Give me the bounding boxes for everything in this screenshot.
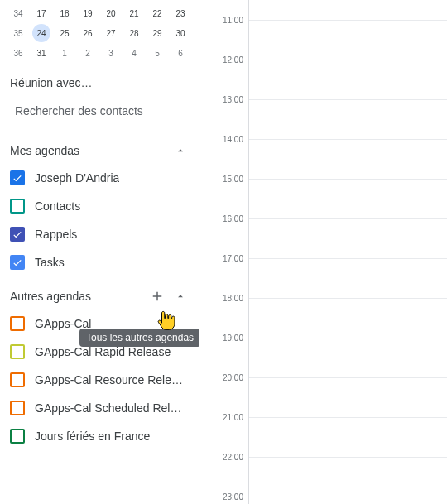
calendar-checkbox[interactable] bbox=[10, 344, 25, 359]
grid-line bbox=[249, 60, 447, 60]
mini-calendar-day[interactable]: 26 bbox=[76, 29, 99, 38]
mini-calendar-day[interactable]: 6 bbox=[169, 49, 192, 58]
mini-calendar-day[interactable]: 22 bbox=[146, 9, 169, 18]
mini-calendar-day[interactable]: 36 bbox=[7, 49, 30, 58]
tooltip: Tous les autres agendas bbox=[79, 329, 199, 347]
add-calendar-icon[interactable] bbox=[149, 288, 166, 305]
time-label: 21:00 bbox=[223, 413, 243, 422]
mini-calendar-day[interactable]: 30 bbox=[169, 29, 192, 38]
calendar-item[interactable]: Tasks bbox=[7, 248, 192, 276]
other-calendars-header[interactable]: Autres agendas bbox=[7, 276, 192, 310]
grid-line bbox=[249, 417, 447, 418]
mini-calendar-day[interactable]: 23 bbox=[169, 9, 192, 18]
mini-calendar-day[interactable]: 5 bbox=[146, 49, 169, 58]
my-calendars-list: Joseph D'AndriaContactsRappelsTasks bbox=[7, 164, 192, 276]
chevron-up-icon[interactable] bbox=[172, 288, 189, 305]
grid-column[interactable] bbox=[248, 0, 447, 504]
calendar-item[interactable]: Jours fériés en France bbox=[7, 422, 192, 450]
mini-calendar-day[interactable]: 24 bbox=[30, 29, 53, 38]
my-calendars-header[interactable]: Mes agendas bbox=[7, 131, 192, 164]
calendar-name: Contacts bbox=[35, 199, 80, 213]
calendar-checkbox[interactable] bbox=[10, 401, 25, 415]
calendar-checkbox[interactable] bbox=[10, 170, 25, 185]
grid-line bbox=[249, 298, 447, 299]
mini-calendar-day[interactable]: 20 bbox=[99, 9, 123, 18]
grid-line bbox=[249, 377, 447, 378]
grid-line bbox=[249, 179, 447, 180]
mini-calendar-day[interactable]: 34 bbox=[7, 9, 30, 18]
mini-calendar-day[interactable]: 18 bbox=[53, 9, 76, 18]
time-label: 20:00 bbox=[223, 373, 243, 382]
mini-calendar-day[interactable]: 21 bbox=[123, 9, 146, 18]
calendar-item[interactable]: Joseph D'Andria bbox=[7, 164, 192, 192]
time-label: 15:00 bbox=[223, 175, 243, 184]
calendar-item[interactable]: GApps-Cal Resource Relea… bbox=[7, 366, 192, 394]
calendar-name: GApps-Cal Scheduled Rele… bbox=[35, 401, 188, 415]
grid-line bbox=[249, 258, 447, 259]
time-grid[interactable]: 11:0012:0013:0014:0015:0016:0017:0018:00… bbox=[199, 0, 447, 504]
calendar-checkbox[interactable] bbox=[10, 227, 25, 242]
calendar-name: Joseph D'Andria bbox=[35, 171, 119, 185]
calendar-name: Rappels bbox=[35, 228, 77, 241]
my-calendars-title: Mes agendas bbox=[10, 144, 79, 157]
time-label: 11:00 bbox=[223, 16, 243, 25]
calendar-name: Jours fériés en France bbox=[35, 430, 150, 443]
mini-calendar-day[interactable]: 17 bbox=[30, 9, 53, 18]
time-label: 19:00 bbox=[223, 334, 243, 343]
time-label: 23:00 bbox=[223, 492, 243, 502]
calendar-checkbox[interactable] bbox=[10, 316, 25, 331]
time-label: 14:00 bbox=[223, 135, 243, 144]
chevron-up-icon[interactable] bbox=[172, 142, 189, 159]
calendar-checkbox[interactable] bbox=[10, 199, 25, 214]
mini-calendar-day[interactable]: 31 bbox=[30, 49, 53, 58]
time-label: 13:00 bbox=[223, 95, 243, 104]
mini-calendar[interactable]: 3417181920212223352425262728293036311234… bbox=[7, 0, 192, 71]
search-contacts-input[interactable] bbox=[7, 98, 192, 131]
calendar-checkbox[interactable] bbox=[10, 372, 25, 387]
mini-calendar-day[interactable]: 1 bbox=[53, 49, 76, 58]
meet-with-title: Réunion avec… bbox=[7, 71, 192, 98]
calendar-name: Tasks bbox=[35, 256, 65, 269]
calendar-name: GApps-Cal Resource Relea… bbox=[35, 373, 188, 386]
mini-calendar-day[interactable]: 27 bbox=[99, 29, 123, 38]
mini-calendar-day[interactable]: 35 bbox=[7, 29, 30, 38]
time-label: 17:00 bbox=[223, 254, 243, 263]
calendar-name: GApps-Cal Rapid Release bbox=[35, 345, 171, 358]
mini-calendar-day[interactable]: 29 bbox=[146, 29, 169, 38]
calendar-checkbox[interactable] bbox=[10, 255, 25, 270]
calendar-item[interactable]: Rappels bbox=[7, 220, 192, 248]
mini-calendar-day[interactable]: 2 bbox=[76, 49, 99, 58]
grid-line bbox=[249, 20, 447, 21]
grid-line bbox=[249, 218, 447, 219]
calendar-checkbox[interactable] bbox=[10, 429, 25, 444]
mini-calendar-day[interactable]: 3 bbox=[99, 49, 123, 58]
grid-line bbox=[249, 338, 447, 338]
grid-line bbox=[249, 139, 447, 140]
time-labels-column: 11:0012:0013:0014:0015:0016:0017:0018:00… bbox=[199, 0, 248, 504]
sidebar: 3417181920212223352425262728293036311234… bbox=[0, 0, 199, 504]
time-label: 16:00 bbox=[223, 214, 243, 223]
mini-calendar-day[interactable]: 25 bbox=[53, 29, 76, 38]
grid-line bbox=[249, 457, 447, 458]
grid-line bbox=[249, 99, 447, 100]
time-label: 12:00 bbox=[223, 55, 243, 65]
mini-calendar-day[interactable]: 19 bbox=[76, 9, 99, 18]
time-label: 18:00 bbox=[223, 294, 243, 303]
calendar-item[interactable]: Contacts bbox=[7, 192, 192, 220]
other-calendars-title: Autres agendas bbox=[10, 290, 91, 303]
time-label: 22:00 bbox=[223, 453, 243, 462]
mini-calendar-day[interactable]: 28 bbox=[123, 29, 146, 38]
calendar-item[interactable]: GApps-Cal Scheduled Rele… bbox=[7, 394, 192, 422]
grid-line bbox=[249, 497, 447, 497]
mini-calendar-day[interactable]: 4 bbox=[123, 49, 146, 58]
